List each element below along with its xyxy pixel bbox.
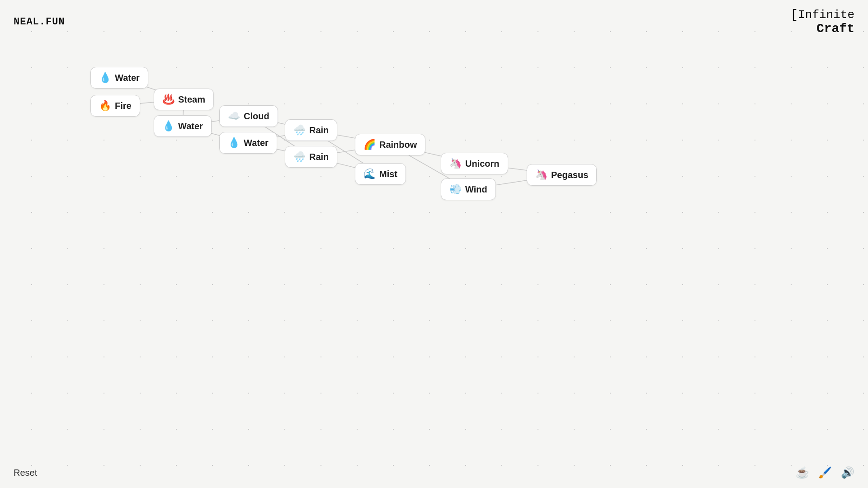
brush-icon[interactable]: 🖌️ bbox=[818, 466, 832, 479]
fire1-label: Fire bbox=[115, 101, 132, 111]
steam1-icon: ♨️ bbox=[162, 94, 175, 105]
element-card-fire1[interactable]: 🔥Fire bbox=[90, 95, 140, 117]
rainbow1-icon: 🌈 bbox=[363, 139, 376, 150]
logo[interactable]: NEAL.FUN bbox=[14, 16, 65, 28]
app-title: [Infinite Craft bbox=[790, 8, 854, 36]
element-card-rain1[interactable]: 🌧️Rain bbox=[285, 119, 337, 141]
coffee-icon[interactable]: ☕ bbox=[796, 466, 809, 479]
element-card-water1[interactable]: 💧Water bbox=[90, 67, 148, 89]
element-card-rainbow1[interactable]: 🌈Rainbow bbox=[355, 134, 425, 155]
steam1-label: Steam bbox=[178, 94, 205, 105]
water1-label: Water bbox=[115, 73, 140, 83]
water2-icon: 💧 bbox=[162, 120, 175, 132]
element-card-water2[interactable]: 💧Water bbox=[154, 115, 212, 137]
pegasus1-label: Pegasus bbox=[551, 170, 588, 180]
app-name-line1: Infinite bbox=[798, 8, 854, 22]
rain2-icon: 🌧️ bbox=[293, 151, 306, 163]
element-card-pegasus1[interactable]: 🦄Pegasus bbox=[527, 164, 597, 186]
water3-label: Water bbox=[244, 138, 269, 148]
rain1-icon: 🌧️ bbox=[293, 124, 306, 136]
header: NEAL.FUN [Infinite Craft bbox=[0, 0, 868, 44]
element-card-cloud1[interactable]: ☁️Cloud bbox=[219, 105, 278, 127]
rain1-label: Rain bbox=[309, 125, 329, 136]
element-card-mist1[interactable]: 🌊Mist bbox=[355, 163, 406, 185]
footer: Reset ☕ 🖌️ 🔊 bbox=[0, 466, 868, 479]
wind1-icon: 💨 bbox=[449, 183, 462, 195]
cloud1-icon: ☁️ bbox=[228, 110, 240, 122]
cloud1-label: Cloud bbox=[244, 111, 269, 122]
fire1-icon: 🔥 bbox=[99, 100, 111, 112]
element-card-rain2[interactable]: 🌧️Rain bbox=[285, 146, 337, 168]
unicorn1-label: Unicorn bbox=[465, 159, 500, 169]
water2-label: Water bbox=[178, 121, 203, 131]
unicorn1-icon: 🦄 bbox=[449, 158, 462, 169]
reset-button[interactable]: Reset bbox=[14, 468, 37, 478]
sound-icon[interactable]: 🔊 bbox=[841, 466, 854, 479]
element-card-unicorn1[interactable]: 🦄Unicorn bbox=[441, 153, 508, 174]
element-card-steam1[interactable]: ♨️Steam bbox=[154, 89, 214, 110]
app-name-line2: Craft bbox=[790, 22, 854, 36]
water1-icon: 💧 bbox=[99, 72, 111, 84]
water3-icon: 💧 bbox=[228, 137, 240, 149]
rainbow1-label: Rainbow bbox=[379, 140, 417, 150]
footer-icons: ☕ 🖌️ 🔊 bbox=[796, 466, 854, 479]
mist1-label: Mist bbox=[379, 169, 397, 179]
element-card-wind1[interactable]: 💨Wind bbox=[441, 178, 496, 200]
rain2-label: Rain bbox=[309, 152, 329, 162]
wind1-label: Wind bbox=[465, 184, 487, 195]
mist1-icon: 🌊 bbox=[363, 168, 376, 180]
element-card-water3[interactable]: 💧Water bbox=[219, 132, 277, 154]
pegasus1-icon: 🦄 bbox=[535, 169, 547, 181]
